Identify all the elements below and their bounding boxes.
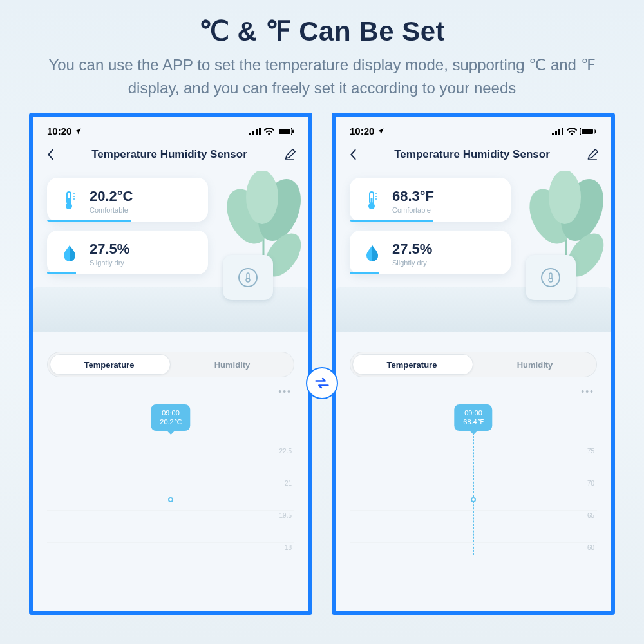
ytick: 19.5 [279,512,292,519]
temperature-chart[interactable]: 22.5 21 19.5 18 09:00 20.2℃ [33,401,308,568]
droplet-icon [361,243,383,265]
svg-point-27 [549,171,581,224]
humidity-value: 27.5% [90,241,196,258]
back-icon[interactable] [46,149,55,160]
svg-rect-0 [249,133,251,135]
back-icon[interactable] [348,149,357,160]
hero-subtitle: You can use the APP to set the temperatu… [0,47,644,113]
tooltip-value: 68.4℉ [463,417,483,426]
ytick: 75 [587,448,594,455]
svg-rect-5 [279,129,290,134]
tooltip-value: 20.2℃ [160,417,181,426]
status-bar: 10:20 [33,117,308,140]
svg-rect-6 [292,129,294,133]
status-bar: 10:20 [336,117,611,140]
swap-icon [306,367,338,399]
svg-rect-18 [555,131,557,135]
nav-bar: Temperature Humidity Sensor [336,140,611,171]
ytick: 60 [587,544,594,551]
chart-data-point [168,497,173,502]
svg-rect-33 [371,198,373,205]
tab-temperature[interactable]: Temperature [350,352,473,377]
nav-title: Temperature Humidity Sensor [55,148,284,161]
svg-rect-23 [595,129,596,133]
temperature-label: Comfortable [392,206,499,214]
svg-rect-2 [256,129,258,135]
temperature-card[interactable]: 20.2°C Comfortable [47,178,208,222]
wifi-icon [567,128,577,135]
signal-icon [552,128,564,135]
droplet-icon [59,243,80,265]
ytick: 70 [587,480,594,487]
humidity-label: Slightly dry [392,259,499,267]
edit-icon[interactable] [587,149,598,160]
svg-rect-20 [562,128,564,135]
metric-segment[interactable]: Temperature Humidity [350,352,597,377]
humidity-label: Slightly dry [90,259,196,267]
thermometer-icon [361,190,383,212]
sensor-device-illustration [223,255,273,300]
tab-humidity[interactable]: Humidity [171,352,294,377]
svg-rect-22 [582,129,593,134]
nav-bar: Temperature Humidity Sensor [33,140,308,171]
status-time: 10:20 [350,126,374,137]
temperature-value: 68.3°F [392,188,499,205]
chart-tooltip: 09:00 68.4℉ [454,404,492,431]
svg-rect-3 [259,128,261,135]
svg-rect-19 [558,129,560,135]
humidity-card[interactable]: 27.5% Slightly dry [47,231,208,274]
humidity-value: 27.5% [392,241,499,258]
temperature-value: 20.2°C [90,188,196,205]
ytick: 21 [285,480,292,487]
location-icon [74,128,82,135]
ytick: 18 [285,544,292,551]
sensor-device-illustration [526,255,576,300]
ytick: 65 [587,512,594,519]
wifi-icon [264,128,274,135]
svg-rect-1 [252,131,254,135]
chart-tooltip: 09:00 20.2℃ [151,404,190,431]
temperature-chart[interactable]: 75 70 65 60 09:00 68.4℉ [336,401,611,568]
svg-rect-17 [552,133,554,135]
metric-segment[interactable]: Temperature Humidity [47,352,294,377]
tab-temperature[interactable]: Temperature [48,352,171,377]
tooltip-time: 09:00 [160,408,181,417]
location-icon [377,128,384,135]
more-options[interactable]: ••• [336,383,611,401]
more-options[interactable]: ••• [33,383,308,401]
chart-data-point [471,497,476,502]
status-time: 10:20 [47,126,71,137]
hero-title: ℃ & ℉ Can Be Set [0,0,644,47]
battery-icon [278,128,294,135]
signal-icon [249,128,261,135]
tooltip-time: 09:00 [463,408,483,417]
phone-celsius: 10:20 Temperature Humidity Sensor [29,113,312,615]
battery-icon [580,128,597,135]
svg-point-10 [246,171,278,224]
temperature-label: Comfortable [90,206,196,214]
humidity-card[interactable]: 27.5% Slightly dry [350,231,511,274]
tab-humidity[interactable]: Humidity [473,352,596,377]
ytick: 22.5 [279,448,292,455]
thermometer-icon [59,190,80,212]
nav-title: Temperature Humidity Sensor [357,148,587,161]
svg-rect-16 [68,198,70,205]
edit-icon[interactable] [284,149,296,160]
phone-fahrenheit: 10:20 Temperature Humidity Sensor [332,113,615,615]
temperature-card[interactable]: 68.3°F Comfortable [350,178,511,222]
